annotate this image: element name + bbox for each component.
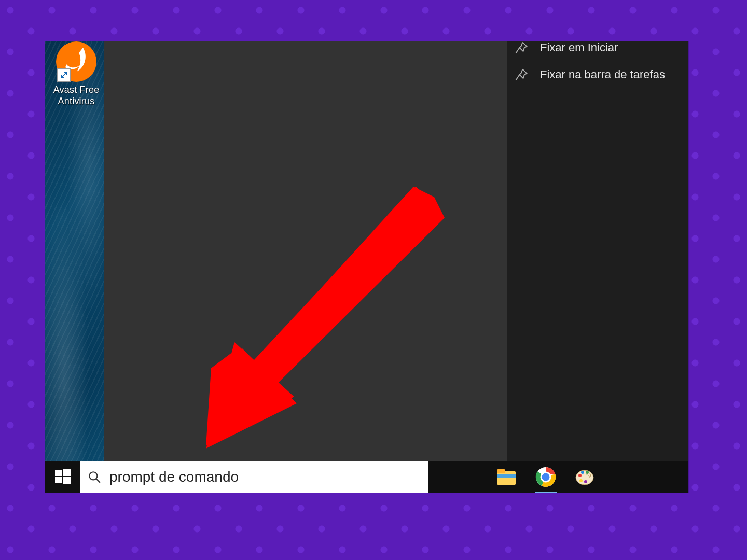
action-label: Fixar em Iniciar <box>540 41 618 54</box>
start-search-panel <box>104 41 507 461</box>
taskbar-app-paint[interactable] <box>574 466 596 488</box>
svg-rect-13 <box>497 474 516 478</box>
svg-line-10 <box>96 479 100 483</box>
svg-point-19 <box>581 471 584 474</box>
screenshot-frame: Avast Free Antivirus Fixar em Iniciar Fi… <box>45 41 688 493</box>
action-pin-to-start[interactable]: Fixar em Iniciar <box>507 41 688 61</box>
desktop-icon-label: Avast Free Antivirus <box>49 84 104 107</box>
file-explorer-icon <box>495 466 517 488</box>
shortcut-arrow-icon <box>57 68 71 82</box>
taskbar-spacer <box>428 461 490 493</box>
taskbar-app-file-explorer[interactable] <box>495 466 517 488</box>
search-input[interactable] <box>108 468 421 486</box>
pin-icon <box>514 67 529 82</box>
action-label: Fixar na barra de tarefas <box>540 68 665 81</box>
svg-rect-7 <box>55 477 62 483</box>
svg-rect-8 <box>63 477 71 484</box>
taskbar-app-chrome[interactable] <box>535 466 557 488</box>
taskbar <box>45 461 688 493</box>
chrome-icon <box>535 466 557 488</box>
start-button[interactable] <box>45 461 80 493</box>
desktop-icon-avast[interactable]: Avast Free Antivirus <box>49 41 104 107</box>
pin-icon <box>514 41 529 55</box>
paint-icon <box>574 466 596 488</box>
taskbar-pinned-apps <box>490 461 596 493</box>
svg-rect-6 <box>63 469 71 476</box>
avast-icon <box>56 41 96 82</box>
action-pin-to-taskbar[interactable]: Fixar na barra de tarefas <box>507 61 688 88</box>
svg-point-9 <box>89 472 97 480</box>
search-icon <box>88 470 101 484</box>
svg-rect-5 <box>55 470 62 476</box>
windows-logo-icon <box>55 469 71 485</box>
svg-point-22 <box>584 480 587 483</box>
svg-point-18 <box>578 474 582 477</box>
svg-point-21 <box>579 479 583 482</box>
taskbar-search-box[interactable] <box>80 461 428 493</box>
svg-rect-12 <box>497 469 505 473</box>
search-actions-panel: Fixar em Iniciar Fixar na barra de taref… <box>507 41 688 461</box>
svg-point-20 <box>586 471 589 474</box>
